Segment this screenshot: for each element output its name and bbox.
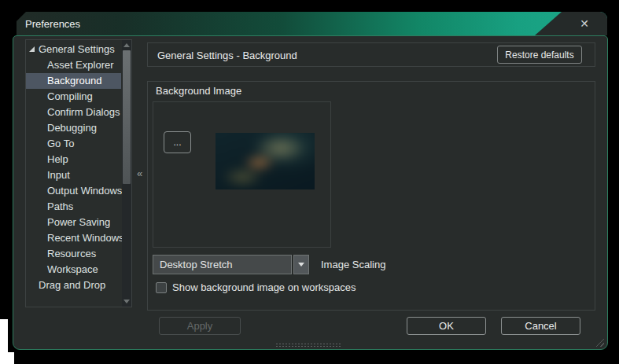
- sidebar-item-resources[interactable]: Resources: [26, 246, 121, 262]
- sidebar-item-label: General Settings: [39, 43, 115, 55]
- background-image-group: Background Image ... Desktop Stretch Ima…: [147, 81, 595, 311]
- window-title: Preferences: [25, 18, 80, 30]
- sidebar-item-label: Workspace: [47, 263, 98, 275]
- sidebar-item-power-saving[interactable]: Power Saving: [26, 215, 121, 230]
- sidebar-item-paths[interactable]: Paths: [26, 199, 121, 215]
- sidebar-item-label: Debugging: [47, 122, 97, 134]
- page-title: General Settings - Background: [157, 49, 297, 61]
- background-image-preview: [216, 133, 315, 189]
- sidebar-item-label: Compiling: [47, 90, 93, 102]
- settings-tree: General SettingsAsset ExplorerBackground…: [25, 39, 132, 307]
- select-arrow-button[interactable]: [293, 255, 309, 274]
- sidebar-item-go-to[interactable]: Go To: [26, 136, 121, 152]
- restore-defaults-button[interactable]: Restore defaults: [497, 46, 582, 64]
- sidebar-item-asset-explorer[interactable]: Asset Explorer: [26, 57, 121, 73]
- preview-artwork: [216, 133, 315, 189]
- browse-button[interactable]: ...: [164, 131, 191, 153]
- image-scaling-select[interactable]: Desktop Stretch: [153, 255, 309, 274]
- checkbox-label: Show background image on workspaces: [172, 281, 356, 293]
- sidebar-item-output-windows[interactable]: Output Windows: [26, 183, 121, 199]
- sidebar-item-label: Asset Explorer: [47, 59, 114, 71]
- tree-scrollbar[interactable]: [122, 40, 131, 307]
- sidebar-tree: General SettingsAsset ExplorerBackground…: [26, 42, 121, 293]
- sidebar-item-recent-windows[interactable]: Recent Windows: [26, 230, 121, 246]
- sidebar-item-background[interactable]: Background: [26, 73, 121, 89]
- collapse-chevrons-icon[interactable]: «: [137, 167, 142, 179]
- group-label: Background Image: [156, 85, 241, 97]
- image-picker-area: ...: [153, 101, 331, 248]
- tree-expanded-icon[interactable]: [29, 46, 35, 52]
- dialog-content: General SettingsAsset ExplorerBackground…: [13, 35, 608, 350]
- section-header: General Settings - Background Restore de…: [147, 42, 595, 67]
- sidebar-item-label: Background: [47, 75, 101, 86]
- sidebar-item-workspace[interactable]: Workspace: [26, 262, 121, 278]
- sidebar-item-label: Power Saving: [47, 216, 110, 228]
- chevron-down-icon: [298, 263, 304, 267]
- close-icon[interactable]: ✕: [580, 17, 589, 30]
- sidebar-item-help[interactable]: Help: [26, 152, 121, 167]
- sidebar-item-label: Resources: [47, 248, 96, 259]
- select-value[interactable]: Desktop Stretch: [153, 255, 292, 274]
- resize-grip-icon[interactable]: [595, 338, 604, 347]
- scrollbar-thumb[interactable]: [123, 50, 131, 184]
- sidebar-item-input[interactable]: Input: [26, 167, 121, 183]
- sidebar-item-compiling[interactable]: Compiling: [26, 89, 121, 105]
- sidebar-item-label: Drag and Drop: [39, 279, 105, 291]
- drag-handle-dots[interactable]: [275, 343, 341, 347]
- sidebar-item-label: Input: [47, 169, 70, 181]
- cancel-button[interactable]: Cancel: [501, 317, 580, 335]
- scroll-up-icon[interactable]: [122, 40, 131, 50]
- sidebar-item-debugging[interactable]: Debugging: [26, 120, 121, 136]
- sidebar-item-label: Output Windows: [47, 185, 122, 197]
- sidebar-item-label: Recent Windows: [47, 232, 124, 244]
- sidebar-item-general-settings[interactable]: General Settings: [26, 42, 121, 57]
- apply-button[interactable]: Apply: [159, 317, 241, 335]
- sidebar-collapse-splitter[interactable]: «: [132, 39, 147, 307]
- ok-button[interactable]: OK: [407, 317, 486, 335]
- sidebar-item-label: Paths: [47, 200, 73, 212]
- sidebar-item-label: Help: [47, 153, 68, 165]
- sidebar-item-label: Go To: [47, 138, 74, 149]
- image-scaling-label: Image Scaling: [321, 255, 385, 274]
- sidebar-item-label: Confirm Dialogs: [47, 106, 120, 118]
- page-background-corner: [0, 352, 14, 364]
- scroll-down-icon[interactable]: [122, 296, 131, 307]
- sidebar-item-confirm-dialogs[interactable]: Confirm Dialogs: [26, 105, 121, 120]
- sidebar-item-drag-and-drop[interactable]: Drag and Drop: [26, 278, 121, 293]
- preferences-window: Preferences ✕ General SettingsAsset Expl…: [13, 11, 608, 350]
- title-bar[interactable]: Preferences ✕: [17, 12, 607, 35]
- show-on-workspaces-checkbox[interactable]: [156, 282, 167, 293]
- close-button-notch: [535, 12, 607, 35]
